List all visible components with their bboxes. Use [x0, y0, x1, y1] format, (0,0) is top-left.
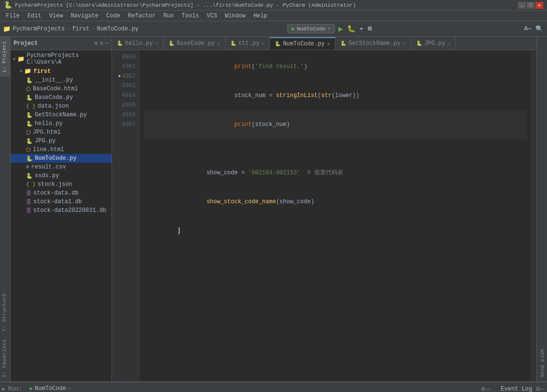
tab-hello[interactable]: 🐍 hello.py ✕: [112, 37, 164, 50]
tab-ttt[interactable]: 🐍 ttt.py ✕: [225, 37, 270, 50]
run-config-arrow: ▾: [327, 26, 331, 32]
menu-refactor[interactable]: Refactor: [124, 12, 160, 20]
run-label: Run:: [8, 386, 22, 392]
project-settings-icon[interactable]: ⚙: [94, 40, 98, 47]
menu-window[interactable]: Window: [221, 12, 250, 20]
bottom-panel: ▶ Run: ▶ NumToCode ✕ ⚙ — Event Log ⚙ — ▶…: [0, 381, 547, 392]
tree-item-basecode-py[interactable]: 🐍 BaseCode.py: [11, 93, 112, 102]
editor-tabs: 🐍 hello.py ✕ 🐍 BaseCode.py ✕ 🐍 ttt.py ✕ …: [112, 37, 536, 50]
maximize-button[interactable]: □: [527, 2, 534, 9]
file-label: stock-data.db: [33, 190, 79, 196]
tab-label: GetStockName.py: [349, 40, 401, 47]
event-log-settings-icon[interactable]: ⚙: [536, 385, 540, 392]
file-label: stock-data1.db: [33, 198, 82, 205]
file-label: GetStockName.py: [35, 112, 87, 118]
tree-item-hello[interactable]: 🐍 hello.py: [11, 119, 112, 128]
project-panel: Project ⚙ ⇅ ⋯ ▾ 📁 PycharmProjects C:\Use…: [11, 37, 112, 381]
sidebar-item-structure[interactable]: 7: Structure: [0, 290, 10, 336]
stop-button[interactable]: ⏹: [367, 25, 373, 32]
tree-item-getstockname[interactable]: 🐍 GetStockName.py: [11, 111, 112, 119]
tab-basecode[interactable]: 🐍 BaseCode.py ✕: [164, 37, 225, 50]
menu-navigate[interactable]: Navigate: [67, 12, 102, 20]
menu-view[interactable]: View: [45, 12, 67, 20]
translate-icon[interactable]: A↔: [524, 25, 532, 32]
tree-item-stock-db2[interactable]: 🗄 stock-data20220831.db: [11, 206, 112, 215]
tab-close-icon[interactable]: ✕: [262, 41, 265, 46]
line-num: 4964: [116, 91, 136, 100]
tab-close-icon[interactable]: ✕: [217, 41, 220, 46]
project-panel-header: Project ⚙ ⇅ ⋯: [11, 37, 112, 50]
event-log-label[interactable]: Event Log: [501, 386, 532, 392]
file-label: hello.py: [35, 120, 63, 127]
tab-numtocode[interactable]: 🐍 NumToCode.py ✕: [270, 37, 335, 50]
tab-jpg[interactable]: 🐍 JPG.py ✕: [411, 37, 456, 50]
run-button[interactable]: ▶: [338, 24, 343, 34]
run-config-selector[interactable]: ▶ NumToCode ▾: [287, 24, 335, 33]
tab-close-icon[interactable]: ✕: [403, 41, 406, 46]
tab-run[interactable]: ▶ NumToCode ✕: [25, 384, 75, 392]
run-tab-icon: ▶: [29, 385, 33, 392]
py-file-icon: 🐍: [230, 41, 236, 46]
tree-item-data-json[interactable]: { } data.json: [11, 102, 112, 111]
file-label: JPG.html: [33, 129, 61, 136]
menu-tools[interactable]: Tools: [178, 12, 203, 20]
tab-close-icon[interactable]: ✕: [155, 41, 158, 46]
tree-item-jpg-html[interactable]: ⬡ JPG.html: [11, 128, 112, 137]
tab-close-icon[interactable]: ✕: [448, 41, 450, 46]
line-num: ●4962: [116, 71, 136, 81]
code-editor[interactable]: 4960 4961 ●4962 4963 4964 4965 4966 4967…: [112, 50, 536, 381]
tree-item-jpg-py[interactable]: 🐍 JPG.py: [11, 137, 112, 145]
line-num: 4966: [116, 110, 136, 120]
py-file-icon: 🐍: [168, 41, 174, 46]
py-file-icon: 🐍: [117, 41, 123, 46]
menu-vcs[interactable]: VCS: [203, 12, 221, 20]
search-everywhere-button[interactable]: 🔍: [535, 25, 543, 33]
menu-code[interactable]: Code: [102, 12, 124, 20]
code-content[interactable]: print('find result.') stock_num = string…: [140, 50, 531, 381]
tab-getstockname[interactable]: 🐍 GetStockName.py ✕: [336, 37, 411, 50]
tab-close-icon[interactable]: ✕: [327, 41, 330, 47]
tree-item-result-csv[interactable]: ≡ result.csv: [11, 163, 112, 171]
menu-edit[interactable]: Edit: [24, 12, 45, 20]
folder-icon: 📁: [17, 56, 25, 63]
tree-item-ssds[interactable]: 🐍 ssds.py: [11, 171, 112, 180]
file-label: stock-data20220831.db: [33, 207, 106, 214]
breadcrumb-project[interactable]: PycharmProjects: [13, 26, 65, 32]
sidebar-item-project[interactable]: 1: Project: [0, 37, 10, 77]
word-book-label[interactable]: Word Book: [538, 345, 547, 381]
project-more-icon[interactable]: ⋯: [105, 40, 109, 47]
run-tab-close-icon[interactable]: ✕: [68, 386, 71, 392]
close-button[interactable]: ✕: [535, 2, 543, 9]
tree-first-folder[interactable]: ▾ 📁 first: [11, 67, 112, 76]
coverage-button[interactable]: ☂: [359, 25, 363, 33]
tree-item-stock-json[interactable]: { } stock.json: [11, 180, 112, 189]
file-label: result.csv: [31, 164, 66, 170]
first-folder-icon: 📁: [24, 68, 31, 75]
menu-run[interactable]: Run: [159, 12, 178, 20]
tree-item-stock-db1[interactable]: 🗄 stock-data1.db: [11, 197, 112, 206]
tree-item-basecode-html[interactable]: ⬡ BaseCode.html: [11, 84, 112, 93]
tree-root[interactable]: ▾ 📁 PycharmProjects C:\Users\A: [11, 51, 112, 67]
code-line: show_code = '002103-002153' # 股票代码表: [144, 158, 527, 187]
run-settings-icon[interactable]: ⚙: [481, 385, 485, 392]
breadcrumb-file[interactable]: NumToCode.py: [97, 26, 138, 32]
py-file-icon: 🐍: [340, 41, 346, 46]
sidebar-item-favorites[interactable]: 2: Favorites: [0, 336, 10, 381]
menu-file[interactable]: File: [2, 12, 24, 20]
file-label: JPG.py: [35, 138, 56, 144]
minimize-button[interactable]: _: [518, 2, 526, 9]
code-line: print(stock_num): [144, 110, 527, 139]
tree-item-init[interactable]: 🐍 __init__.py: [11, 76, 112, 84]
tree-item-stock-db[interactable]: 🗄 stock-data.db: [11, 189, 112, 197]
menu-help[interactable]: Help: [250, 12, 271, 20]
run-minimize-icon[interactable]: —: [486, 385, 490, 392]
breadcrumb-first[interactable]: first: [72, 26, 89, 32]
project-expand-icon[interactable]: ⇅: [100, 40, 103, 47]
debug-button[interactable]: 🐛: [347, 25, 355, 33]
tab-label: ttt.py: [238, 40, 259, 47]
tree-item-line-html[interactable]: ⬡ line.html: [11, 145, 112, 154]
tree-item-numtocode[interactable]: 🐍 NumToCode.py: [11, 154, 112, 163]
project-icon: 📁: [3, 25, 11, 33]
event-log-minimize-icon[interactable]: —: [541, 385, 545, 392]
file-label: BaseCode.html: [33, 85, 78, 92]
